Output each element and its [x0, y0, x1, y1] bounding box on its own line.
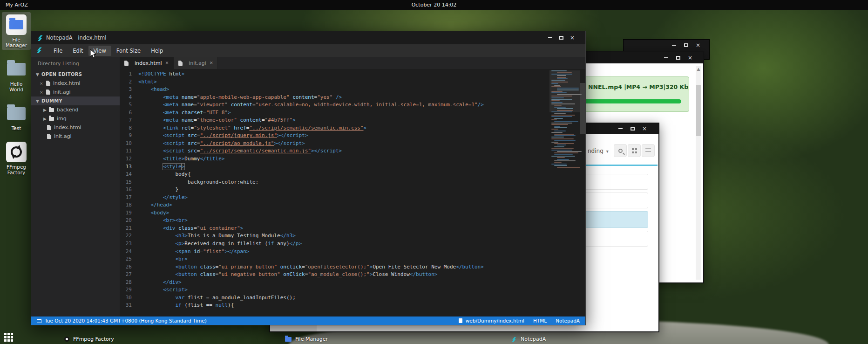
- maximize-icon[interactable]: [683, 42, 689, 48]
- minimap[interactable]: [551, 70, 578, 210]
- tree-item-index.html[interactable]: index.html: [31, 123, 120, 132]
- tree-item-index.html[interactable]: ×index.html: [31, 79, 120, 88]
- code-line-28[interactable]: 28 </div>: [120, 279, 585, 287]
- scrollbar[interactable]: ▲: [696, 66, 701, 280]
- minimize-icon[interactable]: [547, 35, 553, 41]
- close-icon[interactable]: ×: [642, 126, 647, 131]
- close-icon[interactable]: ×: [695, 42, 701, 48]
- ffmpeg-icon: [64, 337, 69, 342]
- notepada-titlebar[interactable]: NotepadA - index.html ×: [31, 31, 585, 44]
- folder-icon: [49, 117, 54, 121]
- code-line-16[interactable]: 16 }: [120, 186, 585, 194]
- tree-item-init.agi[interactable]: ×init.agi: [31, 88, 120, 96]
- code-line-29[interactable]: 29 <script>: [120, 286, 585, 294]
- desktop-stage: My ArOZ October 20 14:02 File ManagerHel…: [0, 0, 868, 344]
- code-line-30[interactable]: 30 var flist = ao_module_loadInputFiles(…: [120, 294, 585, 302]
- code-line-5[interactable]: 5 <meta name="viewport" content="user-sc…: [120, 101, 585, 109]
- tree-item-img[interactable]: ▶img: [31, 114, 120, 123]
- close-icon[interactable]: ×: [40, 81, 46, 86]
- taskbar-item-notepada[interactable]: NotepadA: [511, 336, 546, 342]
- notepada-logo-icon: [37, 34, 44, 43]
- menu-edit[interactable]: Edit: [68, 46, 88, 56]
- tree-section-open-editors[interactable]: ▼OPEN EDITORS: [31, 70, 120, 79]
- close-icon[interactable]: ✕: [210, 61, 213, 65]
- minimize-icon[interactable]: [671, 42, 677, 48]
- code-line-24[interactable]: 24 <span id="flist"></span>: [120, 248, 585, 256]
- app-launcher-grid-icon[interactable]: [4, 339, 7, 342]
- scroll-up-icon[interactable]: ▲: [696, 66, 701, 72]
- sort-dropdown[interactable]: nding▾: [588, 148, 609, 154]
- code-line-8[interactable]: 8 <link rel="stylesheet" href="../script…: [120, 124, 585, 132]
- menu-file[interactable]: File: [48, 46, 68, 56]
- grid-view-icon: [632, 148, 637, 153]
- code-line-14[interactable]: 14 body{: [120, 171, 585, 179]
- status-datetime: Tue Oct 20 2020 14:01:43 GMT+0800 (Hong …: [45, 318, 207, 323]
- code-line-10[interactable]: 10 <script src="../script/ao_module.js">…: [120, 140, 585, 148]
- menu-bar: FileEditViewFont SizeHelp: [31, 44, 585, 57]
- code-line-20[interactable]: 20 <br><br>: [120, 217, 585, 225]
- code-line-2[interactable]: 2<html>: [120, 78, 585, 86]
- code-line-26[interactable]: 26 <button class="ui primary button" onc…: [120, 263, 585, 271]
- code-editor[interactable]: 1<!DOCTYPE html>2<html>3 <head>4 <meta n…: [120, 69, 585, 316]
- close-icon[interactable]: ×: [687, 55, 693, 61]
- tree-item-init.agi[interactable]: init.agi: [31, 132, 120, 141]
- maximize-icon[interactable]: [675, 55, 681, 61]
- file-icon: [459, 318, 462, 323]
- maximize-icon[interactable]: [558, 35, 564, 41]
- status-app-name: NotepadA: [556, 318, 580, 323]
- directory-sidebar: Directory Listing ▼OPEN EDITORS×index.ht…: [31, 57, 120, 316]
- editor-scrollbar-thumb[interactable]: [580, 83, 585, 134]
- code-line-17[interactable]: 17 </style>: [120, 194, 585, 202]
- chevron-down-icon: ▼: [36, 99, 41, 103]
- chevron-right-icon[interactable]: ▶: [43, 117, 49, 121]
- top-bar: My ArOZ October 20 14:02: [0, 0, 868, 10]
- filemanager-icon: [2, 14, 30, 35]
- code-line-6[interactable]: 6 <meta charset="UTF-8">: [120, 109, 585, 117]
- desktop-icon-ffmpeg-factory[interactable]: FFmpeg Factory: [2, 139, 31, 177]
- code-line-12[interactable]: 12 <title>Dummy</title>: [120, 155, 585, 163]
- chevron-right-icon[interactable]: ▶: [43, 108, 49, 112]
- code-line-21[interactable]: 21 <div class="ui container">: [120, 225, 585, 233]
- list-view-button[interactable]: [642, 144, 655, 157]
- code-line-11[interactable]: 11 <script src="../script/semantic/seman…: [120, 147, 585, 155]
- desktop-icon-file-manager[interactable]: File Manager: [2, 12, 31, 50]
- code-line-23[interactable]: 23 <p>Received drag-in filelist (if any)…: [120, 240, 585, 248]
- folder-icon: [2, 103, 30, 124]
- tree-section-dummy[interactable]: ▼DUMMY: [31, 96, 120, 105]
- aroz-home-label[interactable]: My ArOZ: [6, 2, 28, 8]
- search-button[interactable]: [614, 144, 627, 157]
- tree-item-backend[interactable]: ▶backend: [31, 105, 120, 114]
- grid-view-button[interactable]: [628, 144, 641, 157]
- code-line-15[interactable]: 15 background-color:white;: [120, 179, 585, 186]
- desktop-icon-test[interactable]: Test: [2, 101, 31, 133]
- scrollbar-thumb[interactable]: [696, 85, 701, 136]
- code-line-19[interactable]: 19 <body>: [120, 209, 585, 217]
- menu-help[interactable]: Help: [146, 46, 168, 56]
- minimize-icon[interactable]: [663, 55, 669, 61]
- code-line-1[interactable]: 1<!DOCTYPE html>: [120, 70, 585, 78]
- code-line-7[interactable]: 7 <meta name="theme-color" content="#4b7…: [120, 117, 585, 124]
- maximize-icon[interactable]: [630, 126, 635, 131]
- status-file-path[interactable]: web/Dummy/index.html: [466, 318, 524, 323]
- code-line-25[interactable]: 25 <br>: [120, 255, 585, 263]
- code-line-4[interactable]: 4 <meta name="apple-mobile-web-app-capab…: [120, 94, 585, 102]
- close-icon[interactable]: ×: [40, 90, 46, 95]
- tab-init.agi[interactable]: init.agi✕: [174, 57, 218, 69]
- status-language[interactable]: HTML: [533, 318, 547, 323]
- menu-font-size[interactable]: Font Size: [111, 46, 146, 56]
- close-icon[interactable]: ✕: [165, 61, 169, 65]
- code-line-22[interactable]: 22 <h3>This is a Dummy Testing Module</h…: [120, 232, 585, 240]
- code-line-13[interactable]: 13 <style>: [120, 163, 585, 171]
- code-line-27[interactable]: 27 <button class="ui negative button" on…: [120, 271, 585, 279]
- taskbar-item-file-manager[interactable]: File Manager: [285, 336, 328, 342]
- desktop-icon-hello-world[interactable]: Hello World: [2, 56, 31, 94]
- code-line-31[interactable]: 31 if (flist == null){: [120, 302, 585, 310]
- minimize-icon[interactable]: [617, 126, 623, 131]
- code-line-9[interactable]: 9 <script src="../script/jquery.min.js">…: [120, 132, 585, 140]
- code-line-18[interactable]: 18 </head>: [120, 201, 585, 209]
- tab-index.html[interactable]: index.html✕: [120, 57, 174, 69]
- close-icon[interactable]: ×: [570, 35, 575, 41]
- file-icon: [47, 134, 51, 139]
- taskbar-item-ffmpeg-factory[interactable]: FFmpeg Factory: [64, 336, 114, 342]
- code-line-3[interactable]: 3 <head>: [120, 86, 585, 94]
